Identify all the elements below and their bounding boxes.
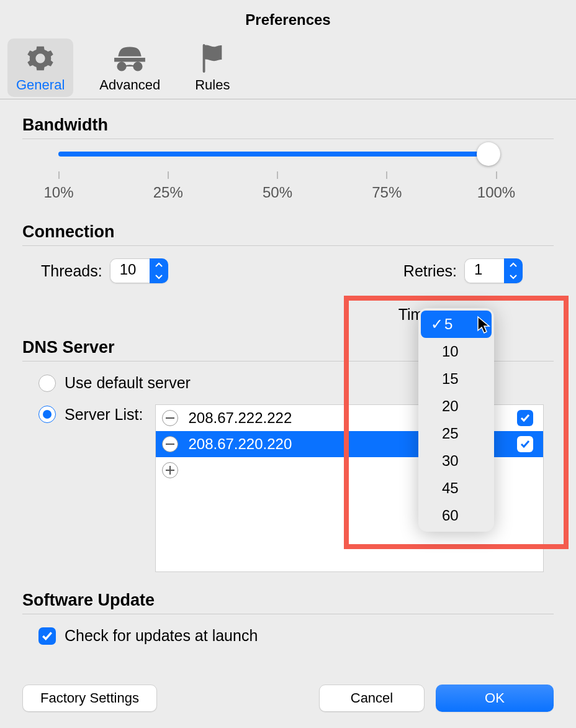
- checkmark-icon: ✓: [431, 316, 444, 333]
- threads-value: 10: [110, 258, 150, 283]
- factory-settings-button[interactable]: Factory Settings: [22, 685, 157, 712]
- section-bandwidth-title: Bandwidth: [22, 116, 554, 135]
- server-list-label: Server List:: [65, 406, 143, 424]
- check-updates-checkbox[interactable]: [38, 627, 56, 645]
- toolbar: Preferences General Advanced Rules: [0, 0, 576, 99]
- timeout-option-45[interactable]: 45: [418, 475, 494, 502]
- radio-default-server[interactable]: [38, 375, 56, 392]
- timeout-option-60[interactable]: 60: [418, 502, 494, 529]
- timeout-option-15[interactable]: 15: [418, 365, 494, 393]
- divider: [22, 614, 554, 614]
- tick-25: 25%: [168, 171, 168, 201]
- timeout-option-20[interactable]: 20: [418, 393, 494, 420]
- tab-rules-label: Rules: [195, 77, 230, 93]
- divider: [22, 245, 554, 246]
- remove-server-icon[interactable]: [162, 410, 178, 426]
- chevron-down-icon[interactable]: [504, 271, 523, 283]
- chevron-down-icon[interactable]: [150, 271, 168, 283]
- incognito-icon: [114, 43, 146, 73]
- chevron-up-icon[interactable]: [150, 258, 168, 271]
- remove-server-icon[interactable]: [162, 436, 178, 452]
- tick-50: 50%: [277, 171, 278, 201]
- svg-rect-1: [166, 444, 174, 445]
- tab-general-label: General: [16, 77, 65, 93]
- svg-rect-0: [166, 417, 174, 419]
- threads-stepper[interactable]: 10: [110, 258, 168, 283]
- gear-icon: [26, 43, 55, 73]
- bandwidth-slider-thumb[interactable]: [477, 142, 500, 166]
- ok-button[interactable]: OK: [436, 685, 554, 712]
- divider: [22, 139, 554, 139]
- tab-advanced[interactable]: Advanced: [91, 39, 169, 97]
- radio-server-list[interactable]: [38, 406, 56, 423]
- server-enabled-checkbox[interactable]: [517, 410, 533, 426]
- timeout-dropdown[interactable]: ✓ 5 10 15 20 25 30 45 60: [418, 308, 494, 532]
- cancel-button[interactable]: Cancel: [319, 685, 425, 712]
- tab-advanced-label: Advanced: [99, 77, 160, 93]
- add-server-icon[interactable]: [162, 462, 178, 478]
- flag-icon: [200, 43, 225, 73]
- server-ip: 208.67.220.220: [188, 435, 292, 453]
- tick-10: 10%: [58, 171, 59, 201]
- section-connection-title: Connection: [22, 222, 554, 242]
- tabs: General Advanced Rules: [0, 39, 576, 97]
- window-title: Preferences: [0, 0, 576, 29]
- check-updates-label: Check for updates at launch: [65, 627, 258, 645]
- retries-label: Retries:: [403, 262, 457, 280]
- bandwidth-ticks: 10% 25% 50% 75% 100%: [58, 171, 497, 201]
- server-ip: 208.67.222.222: [188, 409, 292, 427]
- timeout-option-25[interactable]: 25: [418, 420, 494, 447]
- retries-stepper[interactable]: 1: [464, 258, 523, 283]
- server-enabled-checkbox[interactable]: [517, 436, 533, 452]
- timeout-option-10[interactable]: 10: [418, 338, 494, 365]
- bandwidth-slider[interactable]: [58, 152, 497, 157]
- tick-75: 75%: [387, 171, 387, 201]
- retries-value: 1: [464, 258, 504, 283]
- section-update-title: Software Update: [22, 591, 554, 610]
- threads-label: Threads:: [41, 262, 102, 280]
- cursor-icon: [477, 316, 492, 337]
- timeout-option-30[interactable]: 30: [418, 447, 494, 475]
- tab-general[interactable]: General: [7, 39, 73, 97]
- tab-rules[interactable]: Rules: [186, 39, 238, 97]
- tick-100: 100%: [496, 171, 497, 201]
- use-default-server-label: Use default server: [65, 374, 191, 392]
- chevron-up-icon[interactable]: [504, 258, 523, 271]
